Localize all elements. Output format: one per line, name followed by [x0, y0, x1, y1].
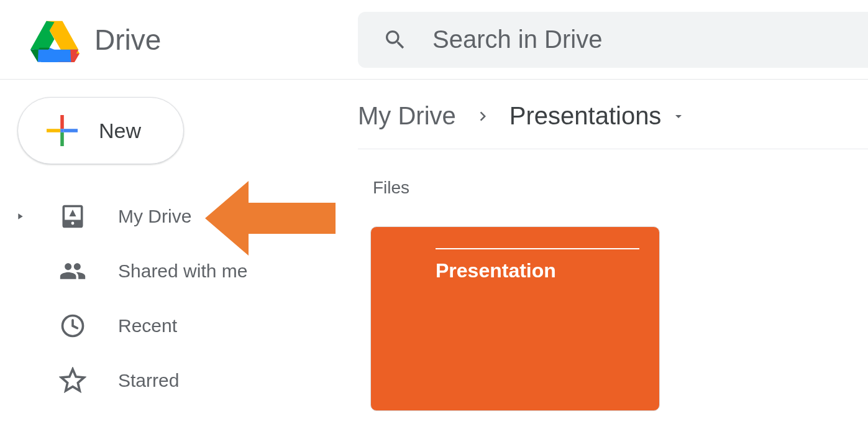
svg-rect-8: [60, 132, 64, 146]
sidebar-nav: My Drive Shared with me: [0, 189, 358, 408]
recent-icon: [58, 312, 87, 340]
svg-rect-7: [60, 115, 64, 129]
drive-logo-icon: [30, 17, 80, 62]
expand-icon[interactable]: [15, 211, 27, 221]
search-bar[interactable]: [358, 12, 868, 68]
search-input[interactable]: [432, 25, 868, 53]
breadcrumb-root[interactable]: My Drive: [358, 102, 456, 130]
dropdown-icon: [671, 109, 686, 124]
file-grid: Presentation: [358, 226, 868, 411]
section-label-files: Files: [358, 178, 868, 198]
shared-icon: [58, 257, 87, 285]
svg-point-16: [71, 222, 75, 225]
svg-rect-11: [60, 129, 64, 132]
sidebar-item-label: My Drive: [118, 206, 191, 227]
svg-rect-10: [64, 129, 78, 132]
sidebar-item-recent[interactable]: Recent: [0, 298, 358, 353]
svg-rect-9: [47, 129, 60, 132]
file-card[interactable]: Presentation: [370, 226, 660, 411]
star-icon: [58, 367, 87, 394]
header-bar: Drive: [0, 0, 868, 80]
chevron-right-icon: [473, 107, 492, 126]
breadcrumb-current-label: Presentations: [509, 102, 662, 130]
svg-marker-15: [70, 210, 76, 216]
sidebar-item-starred[interactable]: Starred: [0, 353, 358, 408]
main-area: My Drive Presentations Files Presentatio…: [358, 80, 868, 421]
plus-icon: [47, 115, 78, 146]
sidebar-item-label: Shared with me: [118, 261, 247, 282]
new-button[interactable]: New: [17, 97, 184, 164]
file-thumb-title: Presentation: [436, 248, 639, 282]
breadcrumb-current[interactable]: Presentations: [509, 102, 687, 130]
logo-block: Drive: [30, 17, 358, 62]
new-button-label: New: [99, 119, 141, 143]
sidebar-item-shared[interactable]: Shared with me: [0, 244, 358, 298]
my-drive-icon: [58, 203, 87, 230]
sidebar: New My Drive: [0, 80, 358, 421]
search-icon: [383, 27, 408, 52]
sidebar-item-label: Starred: [118, 370, 179, 391]
app-title: Drive: [94, 23, 161, 57]
sidebar-item-label: Recent: [118, 315, 177, 336]
breadcrumb: My Drive Presentations: [358, 102, 868, 149]
svg-marker-4: [30, 49, 39, 62]
sidebar-item-my-drive[interactable]: My Drive: [0, 189, 358, 244]
